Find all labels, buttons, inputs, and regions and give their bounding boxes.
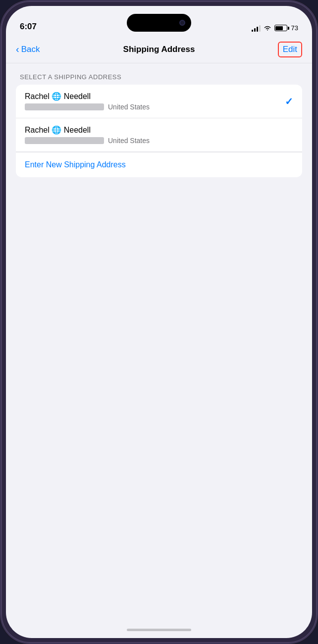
home-indicator (6, 621, 312, 638)
address-redacted-1 (25, 103, 104, 110)
front-camera (179, 20, 185, 26)
address-detail-1: United States (25, 103, 280, 111)
address-info-1: Rachel 🌐 Needell United States (25, 92, 280, 111)
volume-up-button[interactable] (0, 135, 0, 169)
address-name-1: Rachel 🌐 Needell (25, 92, 280, 101)
home-bar (127, 629, 191, 631)
navigation-bar: ‹ Back Shipping Address Edit (6, 36, 312, 63)
dynamic-island (127, 14, 191, 32)
address-country-1: United States (108, 103, 150, 111)
edit-button[interactable]: Edit (278, 42, 302, 57)
phone-frame: 6:07 (0, 0, 318, 644)
signal-bar-4 (259, 25, 261, 32)
address-redacted-2 (25, 137, 104, 144)
status-icons: 73 (252, 24, 298, 32)
section-label: SELECT A SHIPPING ADDRESS (6, 63, 312, 85)
content-area: SELECT A SHIPPING ADDRESS Rachel 🌐 Neede… (6, 63, 312, 621)
address-detail-2: United States (25, 137, 293, 145)
volume-down-button[interactable] (0, 177, 0, 211)
selected-checkmark-icon: ✓ (285, 96, 293, 107)
signal-icon (252, 25, 261, 32)
back-button[interactable]: ‹ Back (16, 45, 88, 54)
battery-icon (274, 25, 287, 31)
back-label: Back (21, 45, 40, 54)
signal-bar-2 (254, 28, 256, 32)
enter-new-button[interactable]: Enter New Shipping Address (16, 152, 302, 177)
signal-bar-3 (257, 27, 258, 32)
screen: 6:07 (6, 6, 312, 638)
back-chevron-icon: ‹ (16, 44, 19, 54)
wifi-icon (264, 25, 271, 31)
battery-fill (275, 26, 283, 30)
address-row-1[interactable]: Rachel 🌐 Needell United States ✓ (16, 85, 302, 118)
edit-button-container: Edit (231, 42, 303, 57)
page-title: Shipping Address (88, 45, 231, 54)
signal-bar-1 (252, 30, 253, 32)
address-info-2: Rachel 🌐 Needell United States (25, 125, 293, 145)
address-name-2: Rachel 🌐 Needell (25, 125, 293, 135)
enter-new-label: Enter New Shipping Address (25, 160, 126, 169)
address-country-2: United States (108, 137, 150, 145)
address-card: Rachel 🌐 Needell United States ✓ Rachel … (16, 85, 302, 177)
battery-percent: 73 (291, 24, 298, 32)
address-row-2[interactable]: Rachel 🌐 Needell United States (16, 118, 302, 152)
